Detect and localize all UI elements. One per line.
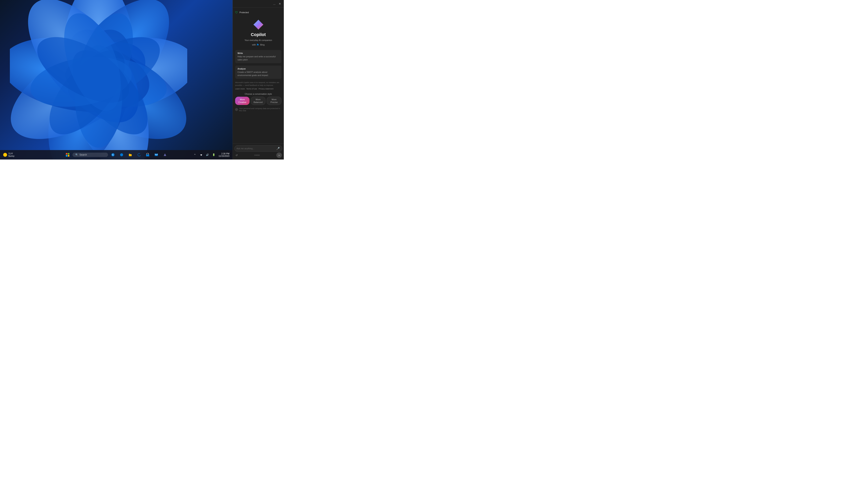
system-tray: ^ 🔊 🔋 <box>192 153 216 157</box>
svg-point-29 <box>236 109 237 110</box>
svg-rect-24 <box>146 154 149 156</box>
tray-network[interactable] <box>199 153 204 157</box>
close-button[interactable]: ✕ <box>278 2 282 6</box>
write-text: Help me prepare and write a successful s… <box>238 55 279 61</box>
bing-icon <box>257 43 259 46</box>
learn-more-link[interactable]: Learn more <box>235 88 245 90</box>
char-count: 0/4000 <box>254 154 260 156</box>
tray-speaker[interactable]: 🔊 <box>205 153 210 157</box>
taskbar-teams-icon[interactable] <box>161 151 169 159</box>
reset-button[interactable]: ↺ <box>235 153 239 158</box>
chat-input[interactable] <box>237 147 275 150</box>
copilot-panel: ... ✕ 🛡 Protected <box>232 0 284 160</box>
taskbar-left: 71°F Sunny <box>2 152 16 158</box>
taskbar-mail-icon[interactable] <box>153 151 160 159</box>
weather-info: 71°F Sunny <box>8 153 14 157</box>
taskbar-browser-icon[interactable]: C <box>109 151 117 159</box>
analyze-suggestion-card[interactable]: Analyze Create a SWOT analysis about env… <box>235 66 281 79</box>
style-label: Choose a conversation style <box>235 93 281 95</box>
weather-condition: Sunny <box>8 155 14 157</box>
search-label: Search <box>80 154 87 156</box>
clock-time: 2:30 PM <box>219 153 229 155</box>
svg-rect-20 <box>66 155 67 157</box>
weather-widget[interactable]: 71°F Sunny <box>2 152 16 158</box>
input-area: 🎤 ↺ 0/4000 ➤ <box>233 143 284 160</box>
wallpaper-decoration <box>10 0 187 160</box>
svg-rect-21 <box>68 155 69 157</box>
style-buttons: MoreCreative MoreBalanced MorePrecise <box>235 97 281 105</box>
analyze-text: Create a SWOT analysis about environment… <box>238 71 279 77</box>
start-button[interactable] <box>64 151 71 159</box>
shield-icon: 🛡 <box>235 11 238 14</box>
panel-content: 🛡 Protected <box>233 8 284 143</box>
copilot-title: Copilot <box>251 32 266 37</box>
protected-label: Protected <box>240 11 249 13</box>
style-creative-button[interactable]: MoreCreative <box>235 97 250 105</box>
svg-point-27 <box>201 155 202 156</box>
copilot-logo-area: Copilot Your everyday AI companion with … <box>235 17 281 48</box>
taskbar-store-icon[interactable] <box>144 151 151 159</box>
style-precise-button[interactable]: MorePrecise <box>267 97 281 105</box>
svg-text:C: C <box>112 154 114 156</box>
disclaimer-text: Microsoft Copilot uses AI to respond, so… <box>235 82 279 86</box>
taskbar-edge-icon[interactable] <box>135 151 143 159</box>
bing-label: Bing <box>260 43 265 46</box>
copilot-logo-svg <box>252 19 264 31</box>
terms-link[interactable]: Terms of use <box>246 88 257 90</box>
taskbar-files-icon[interactable] <box>127 151 134 159</box>
privacy-text: Your personal and company data are prote… <box>239 107 281 112</box>
send-button[interactable]: ➤ <box>276 153 282 158</box>
bing-with-label: with <box>252 43 256 46</box>
write-label: Write <box>238 52 279 54</box>
svg-rect-18 <box>66 153 67 155</box>
taskbar-right: ^ 🔊 🔋 2:30 PM 11/15/2023 <box>192 152 231 158</box>
clock-date: 11/15/2023 <box>219 155 229 157</box>
privacy-icon <box>235 108 238 111</box>
search-icon: 🔍 <box>75 154 78 156</box>
weather-sun-icon <box>3 153 7 157</box>
tray-chevron[interactable]: ^ <box>192 153 197 157</box>
desktop: 71°F Sunny 🔍 Search <box>0 0 232 160</box>
conversation-style-section: Choose a conversation style MoreCreative… <box>235 93 281 105</box>
taskbar-center: 🔍 Search C <box>64 151 169 159</box>
protected-badge: 🛡 Protected <box>235 10 281 15</box>
privacy-note: Your personal and company data are prote… <box>235 107 281 112</box>
write-suggestion-card[interactable]: Write Help me prepare and write a succes… <box>235 50 281 63</box>
copilot-subtitle: Your everyday AI companion <box>245 39 272 42</box>
taskbar-copilot-icon[interactable] <box>118 151 125 159</box>
bing-line: with Bing <box>252 43 265 46</box>
copilot-logo <box>252 19 264 31</box>
tray-battery[interactable]: 🔋 <box>212 153 216 157</box>
svg-rect-19 <box>68 153 69 155</box>
weather-temperature: 71°F <box>8 153 14 155</box>
mic-button[interactable]: 🎤 <box>276 147 280 150</box>
more-options-button[interactable]: ... <box>272 2 276 6</box>
analyze-label: Analyze <box>238 68 279 70</box>
taskbar: 71°F Sunny 🔍 Search <box>0 150 232 160</box>
input-row: 🎤 <box>234 145 282 152</box>
style-balanced-button[interactable]: MoreBalanced <box>251 97 266 105</box>
disclaimer: Microsoft Copilot uses AI to respond, so… <box>235 81 281 90</box>
system-clock[interactable]: 2:30 PM 11/15/2023 <box>217 152 231 158</box>
search-bar[interactable]: 🔍 Search <box>72 153 108 157</box>
input-actions: ↺ 0/4000 ➤ <box>234 153 282 158</box>
disclaimer-links: Learn more Terms of use Privacy statemen… <box>235 88 281 90</box>
svg-rect-25 <box>155 154 158 156</box>
privacy-link[interactable]: Privacy statement <box>258 88 274 90</box>
panel-header: ... ✕ <box>233 0 284 8</box>
